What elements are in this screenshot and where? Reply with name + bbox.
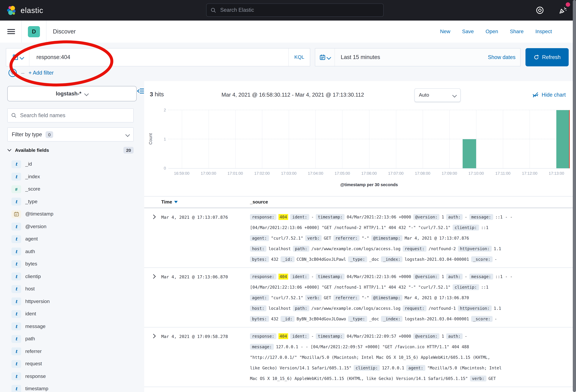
doc-source-line: agent:"curl/7.52.1"verb:GETreferrer:"-"@… xyxy=(250,293,573,303)
field-item-response[interactable]: tresponse xyxy=(7,370,137,383)
fields-sidebar: logstash-* Filter by type 0 xyxy=(0,81,144,392)
global-search-input[interactable] xyxy=(220,7,379,14)
field-pill: request: xyxy=(403,246,427,252)
time-range-value[interactable]: Last 15 minutes xyxy=(341,54,380,60)
divider xyxy=(22,21,22,43)
add-filter-button[interactable]: + Add filter xyxy=(29,70,54,76)
refresh-button[interactable]: Refresh xyxy=(525,48,569,66)
field-value: /notfound-1 xyxy=(429,306,456,311)
field-value: 432 xyxy=(271,316,278,321)
field-name: host xyxy=(25,286,35,292)
x-tick-label: 17:02:00 xyxy=(254,171,270,176)
field-search[interactable] xyxy=(7,108,134,122)
field-item-host[interactable]: thost xyxy=(7,283,137,295)
doc-source-line: response:404ident:-timestamp:04/Mar/2021… xyxy=(250,331,573,342)
menu-new[interactable]: New xyxy=(440,28,450,35)
newsfeed-icon[interactable] xyxy=(558,5,568,15)
expand-row-button[interactable] xyxy=(148,212,161,220)
expand-row-button[interactable] xyxy=(148,331,161,339)
menu-share[interactable]: Share xyxy=(510,28,523,35)
field-value: - xyxy=(465,215,467,219)
field-value: 1 xyxy=(442,274,444,279)
field-type-string-icon: t xyxy=(11,335,21,343)
scrollbar-thumb[interactable] xyxy=(573,0,576,392)
query-input[interactable] xyxy=(36,54,288,61)
field-item-ident[interactable]: tident xyxy=(7,308,137,320)
page-scrollbar[interactable] xyxy=(573,0,576,392)
x-tick-label: 16:59:00 xyxy=(174,171,189,176)
field-name: timestamp xyxy=(25,386,48,392)
saved-query-menu-button[interactable] xyxy=(6,49,29,66)
filter-by-type-label: Filter by type xyxy=(12,131,42,138)
field-item-_index[interactable]: t_index xyxy=(7,170,137,183)
field-pill: timestamp: xyxy=(316,274,345,280)
field-type-string-icon: t xyxy=(11,285,21,293)
field-value: _doc xyxy=(369,316,379,321)
field-type-string-icon: t xyxy=(11,160,21,168)
hide-chart-button[interactable]: Hide chart xyxy=(532,92,566,98)
discover-app-badge[interactable]: D xyxy=(28,26,40,37)
index-pattern-select[interactable]: logstash-* xyxy=(7,86,137,101)
filter-by-type-select[interactable]: Filter by type 0 xyxy=(7,127,134,141)
field-item-request[interactable]: trequest xyxy=(7,358,137,370)
document-table: Time _source Mar 4, 2021 @ 17:13:07.876r… xyxy=(144,196,573,387)
field-pill: bytes: xyxy=(250,316,269,322)
filter-icon[interactable] xyxy=(8,68,17,77)
doc-source-line: bytes:432_id:CCBN_3cB04dGovJLPawl_type:_… xyxy=(250,254,573,265)
menu-open[interactable]: Open xyxy=(486,28,498,35)
field-item-path[interactable]: tpath xyxy=(7,333,137,345)
x-tick-label: 17:12:00 xyxy=(522,171,537,176)
field-item-referrer[interactable]: treferrer xyxy=(7,345,137,358)
field-name: auth xyxy=(25,249,35,254)
field-item-httpversion[interactable]: thttpversion xyxy=(7,295,137,308)
field-type-string-icon: t xyxy=(11,235,21,243)
y-tick-label: 0 xyxy=(164,166,166,170)
field-value: logstash-2021.03.04-000001 xyxy=(404,257,469,262)
histogram-bar[interactable] xyxy=(463,139,476,168)
elastic-logo[interactable]: elastic xyxy=(0,5,43,16)
menu-inspect[interactable]: Inspect xyxy=(535,28,552,35)
x-tick-label: 17:06:00 xyxy=(361,171,377,176)
help-icon[interactable] xyxy=(535,5,545,15)
available-fields-header[interactable]: Available fields 20 xyxy=(7,147,134,154)
table-row: Mar 4, 2021 @ 17:13:07.876response:404id… xyxy=(144,208,573,268)
global-search[interactable] xyxy=(206,3,384,17)
field-pill: auth: xyxy=(446,214,463,220)
field-value: 127.0.0.1 - - [04/Mar/2021:22:09:57 +000… xyxy=(276,344,469,349)
field-item-agent[interactable]: tagent xyxy=(7,233,137,245)
menu-icon[interactable] xyxy=(7,28,15,35)
chart-gridline xyxy=(235,110,235,168)
field-item-@version[interactable]: t@version xyxy=(7,220,137,233)
field-item-@timestamp[interactable]: @timestamp xyxy=(7,208,137,220)
field-item-_id[interactable]: t_id xyxy=(7,158,137,170)
field-item-timestamp[interactable]: ttimestamp xyxy=(7,383,137,392)
field-pill: clientip: xyxy=(453,225,479,230)
field-item-bytes[interactable]: tbytes xyxy=(7,258,137,270)
expand-row-button[interactable] xyxy=(148,272,161,279)
field-name: path xyxy=(25,336,35,342)
field-value: - xyxy=(494,257,497,262)
field-pill: httpversion: xyxy=(458,305,492,311)
interval-select[interactable]: Auto xyxy=(414,88,461,102)
field-item-clientip[interactable]: tclientip xyxy=(7,270,137,283)
kql-toggle[interactable]: KQL xyxy=(288,49,310,66)
histogram-bar[interactable] xyxy=(556,110,570,168)
show-dates-button[interactable]: Show dates xyxy=(488,54,516,60)
chart-gridline xyxy=(168,110,570,110)
field-search-input[interactable] xyxy=(20,112,130,119)
field-name: referrer xyxy=(25,349,42,354)
interval-value: Auto xyxy=(419,92,429,98)
histogram-chart: Count 012 16:59:0017:00:0017:01:0017:02:… xyxy=(144,107,573,195)
menu-save[interactable]: Save xyxy=(462,28,474,35)
field-value: localhost xyxy=(268,306,291,311)
field-item-_type[interactable]: t_type xyxy=(7,196,137,208)
field-item-auth[interactable]: tauth xyxy=(7,245,137,258)
collapse-sidebar-button[interactable] xyxy=(137,87,144,96)
date-quick-select-button[interactable] xyxy=(315,49,335,66)
field-item-message[interactable]: tmessage xyxy=(7,320,137,333)
time-column-header[interactable]: Time xyxy=(161,199,250,205)
table-header: Time _source xyxy=(144,196,573,208)
field-item-_score[interactable]: #_score xyxy=(7,183,137,196)
x-tick-label: 17:08:00 xyxy=(415,171,430,176)
field-value: - xyxy=(494,316,497,321)
